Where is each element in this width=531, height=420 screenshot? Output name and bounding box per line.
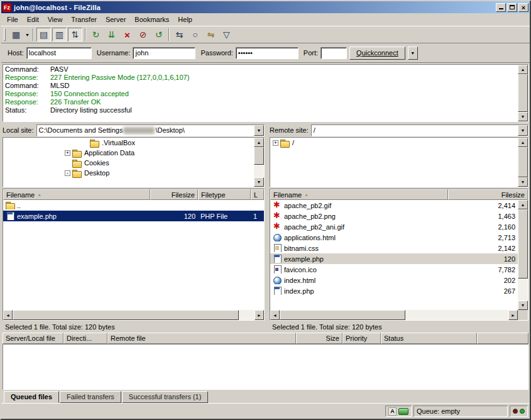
toolbar-grip[interactable] xyxy=(4,28,6,41)
directory-tree-toggle-icon[interactable]: ▥ xyxy=(52,28,67,41)
column-header-lastmodified[interactable]: L xyxy=(251,189,264,200)
local-path-combobox[interactable]: C:\Documents and Settings \Desktop\ ▼ xyxy=(36,124,265,136)
column-header-priority[interactable]: Priority xyxy=(342,333,381,344)
column-header-filetype[interactable]: Filetype xyxy=(198,189,251,200)
site-manager-icon[interactable]: ▦ xyxy=(9,28,23,41)
column-header-size[interactable]: Size xyxy=(296,333,342,344)
filter-icon[interactable]: ▽ xyxy=(219,28,234,41)
menu-edit[interactable]: Edit xyxy=(23,14,43,25)
column-header-status[interactable]: Status xyxy=(381,333,477,344)
status-bar: A Queue: empty xyxy=(1,403,530,419)
sync-browsing-icon[interactable]: ⇋ xyxy=(204,28,218,41)
remote-list-hscrollbar[interactable]: ◄ ► xyxy=(270,310,518,320)
password-input[interactable] xyxy=(236,47,298,59)
local-tree-scrollbar[interactable]: ▲ ▼ xyxy=(254,138,264,187)
scroll-down-icon[interactable]: ▼ xyxy=(518,301,528,310)
scrollbar-track[interactable] xyxy=(254,165,264,177)
menu-transfer[interactable]: Transfer xyxy=(67,14,101,25)
scroll-up-icon[interactable]: ▲ xyxy=(518,138,528,147)
scroll-left-icon[interactable]: ◄ xyxy=(270,310,280,320)
scroll-down-icon[interactable]: ▼ xyxy=(518,177,528,187)
menu-view[interactable]: View xyxy=(43,14,67,25)
tree-item-cookies[interactable]: Cookies xyxy=(3,158,264,168)
reconnect-icon[interactable]: ↺ xyxy=(151,28,166,41)
directory-comparison-icon[interactable]: ⇆ xyxy=(172,28,187,41)
file-row-example-php[interactable]: example.php 120 xyxy=(270,253,518,264)
username-input[interactable] xyxy=(133,47,195,59)
tab-successful-transfers[interactable]: Successful transfers (1) xyxy=(122,391,209,403)
transfer-queue-toggle-icon[interactable]: ⇅ xyxy=(68,28,82,41)
tree-item-desktop[interactable]: Desktop xyxy=(3,168,264,178)
scroll-down-icon[interactable]: ▼ xyxy=(254,177,264,187)
column-header-filesize[interactable]: Filesize xyxy=(448,189,528,200)
column-header-filename[interactable]: Filename▲ xyxy=(3,189,150,200)
file-row[interactable]: index.html 202 xyxy=(270,275,518,285)
scrollbar-thumb[interactable] xyxy=(280,310,405,320)
file-row[interactable]: apache_pb2.png 1,463 xyxy=(270,211,518,221)
file-row[interactable]: index.php 267 xyxy=(270,285,518,296)
file-row[interactable]: bitnami.css 2,142 xyxy=(270,243,518,253)
tree-item-application-data[interactable]: Application Data xyxy=(3,148,264,158)
tab-failed-transfers[interactable]: Failed transfers xyxy=(60,391,121,403)
column-header-server-local-file[interactable]: Server/Local file xyxy=(3,333,63,344)
site-manager-dropdown-icon[interactable]: ▼ xyxy=(24,28,31,41)
maximize-button[interactable] xyxy=(507,3,517,12)
scroll-down-icon[interactable]: ▼ xyxy=(518,112,528,121)
menu-server[interactable]: Server xyxy=(101,14,130,25)
chevron-down-icon[interactable]: ▼ xyxy=(254,125,264,136)
scroll-right-icon[interactable]: ► xyxy=(255,310,264,320)
scroll-right-icon[interactable]: ► xyxy=(508,310,518,320)
scrollbar-thumb[interactable] xyxy=(518,209,528,279)
file-search-icon[interactable]: ○ xyxy=(188,28,202,41)
file-row-parent-dir[interactable]: .. xyxy=(3,200,264,211)
menu-help[interactable]: Help xyxy=(173,14,197,25)
scrollbar-thumb[interactable] xyxy=(13,310,239,320)
message-log-toggle-icon[interactable]: ▤ xyxy=(36,28,51,41)
tree-expander-icon[interactable] xyxy=(65,150,70,156)
remote-list-vscrollbar[interactable]: ▲ ▼ xyxy=(518,200,528,310)
scrollbar-track[interactable] xyxy=(405,310,508,320)
remote-tree-scrollbar[interactable]: ▲ ▼ xyxy=(518,138,528,187)
log-scrollbar[interactable]: ▲ ▼ xyxy=(518,65,528,121)
file-row[interactable]: apache_pb2_ani.gif 2,160 xyxy=(270,221,518,232)
cancel-icon[interactable]: × xyxy=(120,28,134,41)
file-row[interactable]: favicon.ico 7,782 xyxy=(270,264,518,275)
file-row-example-php[interactable]: example.php 120 PHP File 1 xyxy=(3,211,264,221)
remote-path-combobox[interactable]: / ▼ xyxy=(311,124,528,136)
menu-file[interactable]: File xyxy=(3,14,23,25)
file-row[interactable]: apache_pb2.gif 2,414 xyxy=(270,200,518,211)
quickconnect-button[interactable]: Quickconnect xyxy=(349,47,405,60)
column-header-direction[interactable]: Directi... xyxy=(63,333,107,344)
scroll-left-icon[interactable]: ◄ xyxy=(3,310,13,320)
tab-queued-files[interactable]: Queued files xyxy=(4,391,59,403)
local-list-hscrollbar[interactable]: ◄ ► xyxy=(3,310,264,320)
minimize-button[interactable] xyxy=(496,3,506,12)
column-header-filename[interactable]: Filename▲ xyxy=(270,189,448,200)
menu-bookmarks[interactable]: Bookmarks xyxy=(130,14,173,25)
scrollbar-thumb[interactable] xyxy=(518,74,528,112)
close-button[interactable]: × xyxy=(518,3,528,12)
scrollbar-thumb[interactable] xyxy=(254,147,264,165)
scrollbar-thumb[interactable] xyxy=(518,147,528,177)
tree-item-virtualbox[interactable]: .VirtualBox xyxy=(3,138,264,148)
scrollbar-track[interactable] xyxy=(239,310,255,320)
disconnect-icon[interactable]: ⊘ xyxy=(136,28,150,41)
transfer-queue-body[interactable] xyxy=(3,344,528,390)
quickconnect-dropdown-icon[interactable]: ▼ xyxy=(408,47,418,60)
tree-item-root[interactable]: / xyxy=(270,138,528,148)
process-queue-icon[interactable]: ⇊ xyxy=(104,28,119,41)
scroll-up-icon[interactable]: ▲ xyxy=(518,65,528,74)
scroll-up-icon[interactable]: ▲ xyxy=(518,200,528,209)
tree-expander-icon[interactable] xyxy=(273,140,278,146)
refresh-icon[interactable]: ↻ xyxy=(89,28,103,41)
port-input[interactable] xyxy=(320,47,347,59)
column-header-filesize[interactable]: Filesize xyxy=(150,189,198,200)
tree-expander-icon[interactable] xyxy=(65,170,70,176)
host-input[interactable] xyxy=(26,47,92,59)
toolbar-separator xyxy=(33,28,34,41)
scroll-up-icon[interactable]: ▲ xyxy=(254,138,264,147)
chevron-down-icon[interactable]: ▼ xyxy=(518,125,528,136)
column-header-remote-file[interactable]: Remote file xyxy=(107,333,296,344)
file-row[interactable]: applications.html 2,713 xyxy=(270,232,518,243)
scrollbar-track[interactable] xyxy=(518,279,528,301)
